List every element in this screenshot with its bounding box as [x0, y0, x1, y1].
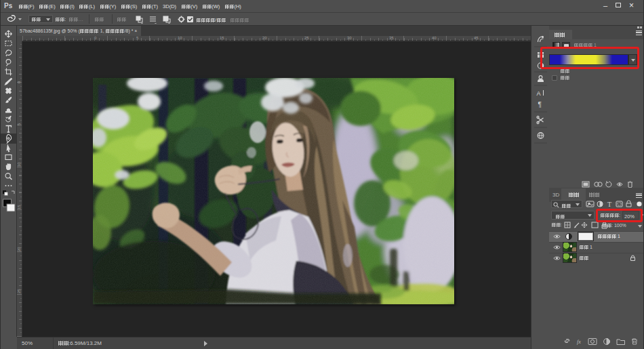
svg-text:¶: ¶	[538, 101, 542, 108]
svg-text:T: T	[607, 201, 611, 208]
svg-text:fx: fx	[577, 339, 581, 345]
svg-text:A: A	[537, 90, 541, 97]
